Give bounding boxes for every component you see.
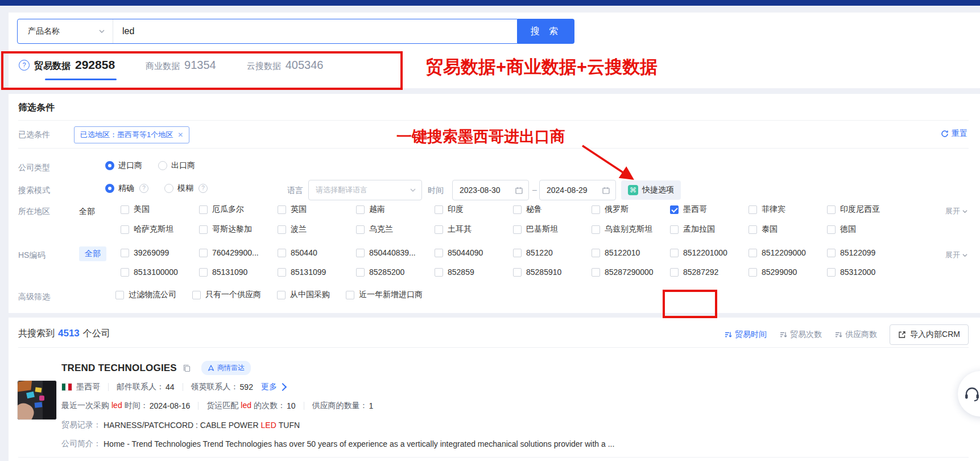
more-button[interactable]: 更多 xyxy=(261,382,286,392)
region-checkbox[interactable]: 俄罗斯 xyxy=(592,204,670,215)
selected-region-tag[interactable]: 已选地区：墨西哥等1个地区 ✕ xyxy=(74,126,189,143)
more-label: 更多 xyxy=(261,382,277,392)
date-to-input[interactable]: 2024-08-29 xyxy=(539,180,616,200)
region-all-button[interactable]: 全部 xyxy=(79,207,95,217)
checkbox-label: 85122099 xyxy=(840,248,875,257)
freight-match-value: 10 xyxy=(287,401,296,410)
search-mode-radio[interactable]: 模糊 ? xyxy=(164,183,208,194)
region-checkbox[interactable]: 乌克兰 xyxy=(356,224,435,234)
sort-option[interactable]: 供应商数 xyxy=(834,330,877,340)
hs-code-checkbox[interactable]: 39269099 xyxy=(121,248,199,257)
checkbox-label: 39269099 xyxy=(134,248,169,257)
company-type-radio[interactable]: 进口商 xyxy=(105,160,142,171)
checkbox-label: 过滤物流公司 xyxy=(129,290,176,300)
region-checkbox[interactable]: 波兰 xyxy=(278,224,356,234)
language-select[interactable]: 请选择翻译语言 xyxy=(308,180,422,200)
region-checkbox[interactable]: 哥斯达黎加 xyxy=(199,224,278,234)
date-from-input[interactable]: 2023-08-30 xyxy=(452,180,529,200)
hs-code-checkbox[interactable]: 8513100000 xyxy=(121,267,199,277)
quick-options-button[interactable]: ⌘ 快捷选项 xyxy=(621,180,681,200)
region-checkbox[interactable]: 泰国 xyxy=(749,224,827,234)
advanced-checkbox[interactable]: 过滤物流公司 xyxy=(115,290,176,300)
hs-code-checkbox[interactable]: 8512201000 xyxy=(670,248,749,257)
hs-code-checkbox[interactable]: 85122010 xyxy=(592,248,670,257)
region-checkbox[interactable]: 德国 xyxy=(827,224,905,234)
checkbox-label: 85131099 xyxy=(291,267,326,277)
hs-code-checkbox[interactable]: 760429900... xyxy=(199,248,278,257)
hs-code-checkbox[interactable]: 85044090 xyxy=(435,248,513,257)
region-checkbox[interactable]: 厄瓜多尔 xyxy=(199,204,278,215)
sort-option[interactable]: 贸易时间 xyxy=(724,330,767,340)
hs-code-checkbox[interactable]: 85287290000 xyxy=(592,267,670,277)
annotation-box-mexico xyxy=(663,290,717,318)
summary-count: 4513 xyxy=(58,328,80,339)
hs-code-checkbox[interactable]: 851220 xyxy=(513,248,592,257)
region-checkbox[interactable]: 土耳其 xyxy=(435,224,513,234)
advanced-checkbox[interactable]: 从中国采购 xyxy=(277,290,330,300)
data-tab[interactable]: ? 云搜数据 405346 xyxy=(247,59,324,80)
checkbox-icon xyxy=(592,225,600,234)
close-icon[interactable]: ✕ xyxy=(177,131,183,139)
business-radar-badge[interactable]: 商情雷达 xyxy=(201,361,251,375)
hs-code-checkbox[interactable]: 8512209000 xyxy=(749,248,827,257)
data-tab[interactable]: ? 贸易数据 292858 xyxy=(19,58,115,80)
freight-suffix: 的次数： xyxy=(254,401,286,410)
hs-code-checkbox[interactable]: 85285200 xyxy=(356,267,435,277)
copy-icon[interactable] xyxy=(183,364,191,372)
region-checkbox[interactable]: 印度尼西亚 xyxy=(827,204,905,215)
checkbox-icon xyxy=(513,225,522,234)
company-intro-label: 公司简介： xyxy=(61,439,101,449)
region-checkbox[interactable]: 秘鲁 xyxy=(513,204,592,215)
search-mode-radio[interactable]: 精确 ? xyxy=(105,183,148,194)
region-checkbox[interactable]: 墨西哥 xyxy=(670,204,749,215)
hs-code-checkbox[interactable]: 85287292 xyxy=(670,267,749,277)
region-checkbox[interactable]: 越南 xyxy=(356,204,435,215)
hs-code-checkbox[interactable]: 85122099 xyxy=(827,248,905,257)
hs-all-button[interactable]: 全部 xyxy=(79,246,106,261)
checkbox-label: 近一年新增进口商 xyxy=(359,290,423,300)
language-label: 语言 xyxy=(287,186,303,196)
region-checkbox[interactable]: 乌兹别克斯坦 xyxy=(592,224,670,234)
hs-code-checkbox[interactable]: 850440 xyxy=(278,248,356,257)
advanced-checkbox[interactable]: 近一年新增进口商 xyxy=(346,290,423,300)
checkbox-label: 巴基斯坦 xyxy=(526,224,558,234)
company-name[interactable]: TREND TECHNOLOGIES xyxy=(61,363,177,374)
region-checkbox[interactable]: 孟加拉国 xyxy=(670,224,749,234)
region-checkbox[interactable]: 菲律宾 xyxy=(749,204,827,215)
region-checkbox[interactable]: 巴基斯坦 xyxy=(513,224,592,234)
language-placeholder: 请选择翻译语言 xyxy=(316,185,367,195)
region-expand-button[interactable]: 展开 xyxy=(945,206,967,216)
reset-button[interactable]: 重置 xyxy=(941,129,967,139)
hs-code-checkbox[interactable]: 85285910 xyxy=(513,267,592,277)
last-purchase-text: 最近一次采购led时间： xyxy=(61,401,148,411)
advanced-options: 过滤物流公司 只有一个供应商 从中国采购 近一年新增进口商 xyxy=(115,290,423,300)
company-type-radio[interactable]: 出口商 xyxy=(158,160,195,171)
import-crm-button[interactable]: 导入内部CRM xyxy=(890,324,969,345)
search-category-select[interactable]: 产品名称 xyxy=(18,19,113,43)
advanced-checkbox[interactable]: 只有一个供应商 xyxy=(192,290,261,300)
hs-code-checkbox[interactable]: 85131099 xyxy=(278,267,356,277)
search-button[interactable]: 搜 索 xyxy=(518,19,574,44)
hs-code-checkbox[interactable]: 85312000 xyxy=(827,267,905,277)
hs-code-checkbox[interactable]: 85299090 xyxy=(749,267,827,277)
hs-expand-button[interactable]: 展开 xyxy=(945,250,967,260)
region-checkbox[interactable]: 哈萨克斯坦 xyxy=(121,224,199,234)
sort-option[interactable]: 贸易次数 xyxy=(779,330,822,340)
region-checkbox[interactable]: 印度 xyxy=(435,204,513,215)
freight-match-text: 货运匹配led的次数： xyxy=(206,401,286,411)
checkbox-icon xyxy=(277,291,286,299)
data-tab[interactable]: ? 商业数据 91354 xyxy=(146,59,216,80)
region-checkbox[interactable]: 英国 xyxy=(278,204,356,215)
search-input[interactable] xyxy=(113,19,517,43)
region-checkbox[interactable]: 美国 xyxy=(121,204,199,215)
company-thumbnail[interactable] xyxy=(17,380,57,420)
info-circle-icon: ? xyxy=(139,184,148,193)
hs-code-checkbox[interactable]: 852859 xyxy=(435,267,513,277)
hs-code-checkbox[interactable]: 85131090 xyxy=(199,267,278,277)
checkbox-label: 85044090 xyxy=(448,248,483,257)
checkbox-icon xyxy=(592,249,600,257)
checkbox-label: 85122010 xyxy=(605,248,640,257)
checkbox-icon xyxy=(356,225,365,234)
hs-code-checkbox[interactable]: 850440839... xyxy=(356,248,435,257)
trade-record-label: 贸易记录： xyxy=(61,420,101,430)
